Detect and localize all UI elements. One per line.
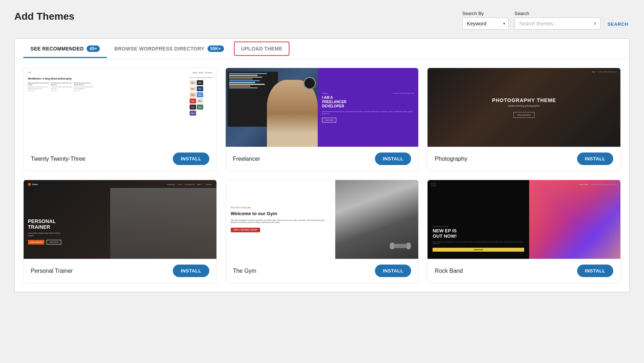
- tab-upload[interactable]: UPLOAD THEME: [234, 42, 290, 56]
- theme-name-photography: Photography: [435, 156, 467, 162]
- search-button[interactable]: SEARCH: [606, 19, 630, 30]
- theme-footer-twenty-twenty-three: Twenty Twenty-Three INSTALL: [24, 147, 216, 171]
- theme-footer-personal-trainer: Personal Trainer INSTALL: [24, 259, 216, 283]
- theme-card-freelancer: Freelance Home About Me Portfolio Blog C…: [225, 68, 419, 171]
- theme-preview-twenty-twenty-three: TT3 About Books All Posts Mindblown: a b…: [24, 68, 216, 147]
- theme-footer-freelancer: Freelancer INSTALL: [226, 147, 419, 171]
- theme-preview-freelancer: Freelance Home About Me Portfolio Blog C…: [226, 68, 419, 147]
- theme-footer-the-gym: The Gym INSTALL: [226, 259, 419, 283]
- search-label: Search: [514, 11, 600, 16]
- install-button-freelancer[interactable]: INSTALL: [375, 153, 411, 165]
- theme-card-the-gym: SECTION OVERLINE Welcome to our Gym Kale…: [225, 180, 419, 283]
- theme-name-rock-band: Rock Band: [435, 268, 463, 274]
- clear-icon[interactable]: ×: [594, 20, 597, 27]
- theme-name-twenty-twenty-three: Twenty Twenty-Three: [31, 156, 86, 162]
- search-group: Search ×: [514, 11, 600, 30]
- install-button-photography[interactable]: INSTALL: [577, 153, 613, 165]
- theme-name-personal-trainer: Personal Trainer: [31, 268, 73, 274]
- install-button-the-gym[interactable]: INSTALL: [375, 265, 411, 277]
- theme-preview-photography: logo Portfolio ▾ About Blog Contact PHOT…: [428, 68, 620, 147]
- theme-name-the-gym: The Gym: [233, 268, 257, 274]
- theme-preview-the-gym: SECTION OVERLINE Welcome to our Gym Kale…: [226, 180, 419, 259]
- search-by-label: Search By: [462, 11, 509, 16]
- theme-card-personal-trainer: Trainer HOMEPAGE BLOG MY SERVICES ABOUT …: [23, 180, 217, 283]
- theme-footer-rock-band: Rock Band INSTALL: [428, 259, 620, 283]
- install-button-rock-band[interactable]: INSTALL: [577, 265, 613, 277]
- theme-card-twenty-twenty-three: TT3 About Books All Posts Mindblown: a b…: [23, 68, 217, 171]
- tab-wordpress[interactable]: BROWSE WORDPRESS DIRECTORY 55K+: [107, 40, 231, 58]
- search-by-group: Search By Keyword Author Tag ▾: [462, 11, 509, 30]
- page-title: Add Themes: [14, 11, 74, 22]
- themes-grid: TT3 About Books All Posts Mindblown: a b…: [15, 59, 629, 292]
- theme-card-photography: logo Portfolio ▾ About Blog Contact PHOT…: [427, 68, 621, 171]
- tab-wordpress-badge: 55K+: [208, 45, 224, 52]
- install-button-twenty-twenty-three[interactable]: INSTALL: [173, 153, 209, 165]
- theme-footer-photography: Photography INSTALL: [428, 147, 620, 171]
- search-input[interactable]: [514, 18, 600, 30]
- keyword-select[interactable]: Keyword Author Tag: [462, 18, 509, 30]
- tabs-bar: SEE RECOMMENDED 45+ BROWSE WORDPRESS DIR…: [15, 39, 629, 59]
- theme-card-rock-band: qq MUSIC BAND Home Our Story Discography…: [427, 180, 621, 283]
- top-bar: Add Themes Search By Keyword Author Tag …: [14, 11, 630, 30]
- tab-wordpress-label: BROWSE WORDPRESS DIRECTORY: [114, 46, 204, 52]
- tab-recommended-badge: 45+: [87, 45, 100, 52]
- main-panel: SEE RECOMMENDED 45+ BROWSE WORDPRESS DIR…: [14, 38, 630, 292]
- install-button-personal-trainer[interactable]: INSTALL: [173, 265, 209, 277]
- tab-recommended[interactable]: SEE RECOMMENDED 45+: [23, 40, 107, 58]
- search-input-wrapper: ×: [514, 18, 600, 30]
- search-area: Search By Keyword Author Tag ▾ Search ×: [462, 11, 630, 30]
- theme-preview-rock-band: qq MUSIC BAND Home Our Story Discography…: [428, 180, 620, 259]
- keyword-select-wrapper: Keyword Author Tag ▾: [462, 18, 509, 30]
- theme-name-freelancer: Freelancer: [233, 156, 260, 162]
- theme-preview-personal-trainer: Trainer HOMEPAGE BLOG MY SERVICES ABOUT …: [24, 180, 216, 259]
- tab-recommended-label: SEE RECOMMENDED: [30, 46, 84, 52]
